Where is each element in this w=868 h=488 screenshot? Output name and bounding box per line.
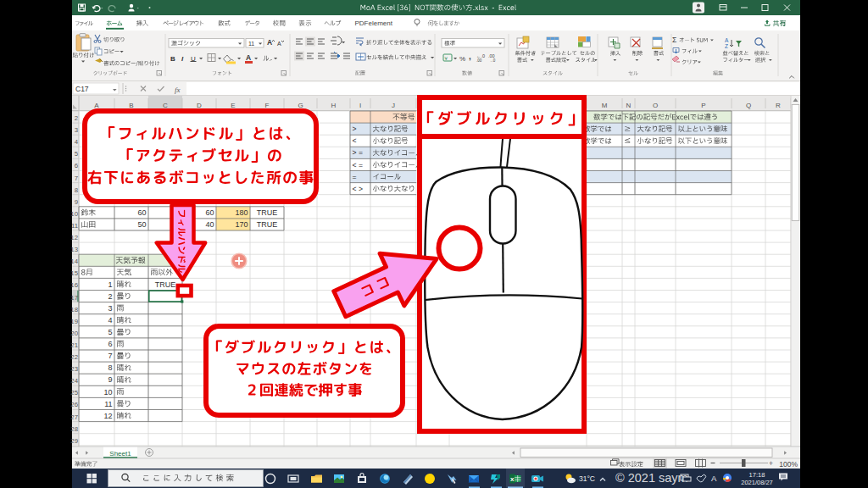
svg-text:23: 23 (70, 365, 78, 373)
svg-text:Q: Q (746, 102, 751, 109)
svg-text:N: N (626, 102, 632, 109)
svg-text:15: 15 (70, 269, 78, 277)
svg-text:PDFelement: PDFelement (355, 19, 393, 27)
svg-text:29: 29 (70, 437, 78, 445)
svg-text:18: 18 (70, 306, 78, 313)
svg-text:24: 24 (70, 377, 78, 385)
svg-text:17:18: 17:18 (749, 471, 765, 479)
svg-text:100%: 100% (779, 460, 798, 469)
svg-text:4: 4 (108, 316, 112, 324)
svg-text:13: 13 (70, 246, 78, 253)
svg-text:A: A (277, 41, 281, 47)
svg-text:180: 180 (235, 208, 248, 217)
svg-text:E: E (231, 102, 235, 109)
svg-text:%: % (459, 55, 465, 63)
svg-text:TRUE: TRUE (257, 220, 278, 229)
svg-text:< >: < > (353, 185, 363, 193)
svg-text:© 2021 saym: © 2021 saym (615, 471, 688, 485)
svg-text:9: 9 (108, 375, 112, 384)
svg-text:14: 14 (70, 258, 78, 265)
svg-text:Σ: Σ (672, 36, 676, 44)
svg-text:Sheet1: Sheet1 (109, 450, 131, 458)
svg-text:.00: .00 (476, 58, 482, 63)
svg-text:12: 12 (103, 412, 112, 420)
svg-text:A: A (246, 53, 251, 62)
svg-text:A: A (267, 38, 272, 47)
svg-text:26: 26 (70, 401, 78, 408)
svg-text:3: 3 (108, 304, 112, 313)
svg-text:< =: < = (353, 161, 363, 169)
svg-text:O: O (653, 102, 658, 109)
svg-text:> =: > = (353, 148, 363, 157)
svg-text:7: 7 (75, 175, 78, 182)
svg-text:31°C: 31°C (579, 474, 595, 483)
svg-text:7: 7 (108, 352, 112, 360)
svg-text:5: 5 (108, 328, 112, 336)
svg-text:27: 27 (70, 413, 78, 421)
svg-text:4: 4 (75, 138, 79, 146)
svg-text:I: I (359, 102, 361, 109)
svg-text:11: 11 (248, 41, 254, 47)
svg-text:B: B (170, 55, 175, 63)
svg-text:10: 10 (103, 388, 112, 396)
svg-text:R: R (776, 102, 781, 109)
svg-text:6: 6 (108, 340, 112, 348)
svg-text:170: 170 (235, 220, 248, 229)
svg-text:P: P (701, 102, 705, 109)
svg-text:+: + (769, 459, 773, 468)
svg-text:50: 50 (137, 220, 146, 229)
svg-text:60: 60 (137, 208, 146, 217)
svg-text:8: 8 (75, 186, 78, 194)
svg-text:16: 16 (70, 281, 78, 289)
svg-text:8: 8 (108, 363, 112, 372)
svg-text:25: 25 (70, 389, 78, 396)
svg-text:2: 2 (108, 292, 112, 301)
svg-text:60: 60 (205, 208, 214, 217)
svg-text:A: A (711, 474, 717, 483)
svg-text:B: B (129, 102, 133, 109)
svg-text:28: 28 (70, 425, 78, 433)
svg-text:>: > (353, 125, 357, 133)
svg-text:22: 22 (70, 353, 78, 361)
svg-text:G: G (298, 102, 303, 109)
svg-text:6: 6 (75, 162, 78, 169)
svg-text:J: J (392, 102, 395, 109)
svg-text:2: 2 (75, 114, 78, 122)
svg-text:TRUE: TRUE (155, 280, 176, 289)
svg-text:<: < (353, 136, 357, 145)
svg-text:20: 20 (70, 330, 78, 337)
svg-text:TRUE: TRUE (257, 208, 278, 217)
svg-text:x: x (510, 475, 515, 483)
svg-text:19: 19 (70, 318, 78, 325)
svg-text:C: C (163, 102, 168, 109)
svg-text:→.0: →.0 (488, 58, 496, 63)
svg-text:10: 10 (70, 210, 78, 218)
svg-text:H: H (331, 102, 337, 109)
svg-text:,: , (469, 52, 471, 61)
svg-text:3: 3 (75, 126, 78, 134)
svg-text:C17: C17 (75, 85, 89, 93)
svg-text:A: A (725, 37, 729, 43)
svg-text:9: 9 (75, 198, 78, 206)
svg-text:12: 12 (70, 234, 78, 241)
svg-text:fx: fx (175, 86, 181, 94)
svg-text:Z: Z (725, 43, 728, 49)
svg-text:D: D (197, 102, 202, 109)
svg-text:5: 5 (75, 150, 79, 158)
svg-text:21: 21 (70, 341, 78, 349)
svg-text:40: 40 (205, 220, 214, 229)
svg-text:17: 17 (70, 294, 78, 302)
svg-text:M: M (602, 102, 608, 109)
svg-text:1: 1 (108, 280, 112, 289)
svg-text:2021/08/27: 2021/08/27 (741, 479, 773, 486)
svg-text:11: 11 (104, 400, 112, 408)
svg-text:11: 11 (71, 222, 78, 230)
svg-text:F: F (265, 102, 270, 109)
svg-text:A: A (94, 102, 99, 109)
svg-text:=: = (353, 173, 357, 181)
